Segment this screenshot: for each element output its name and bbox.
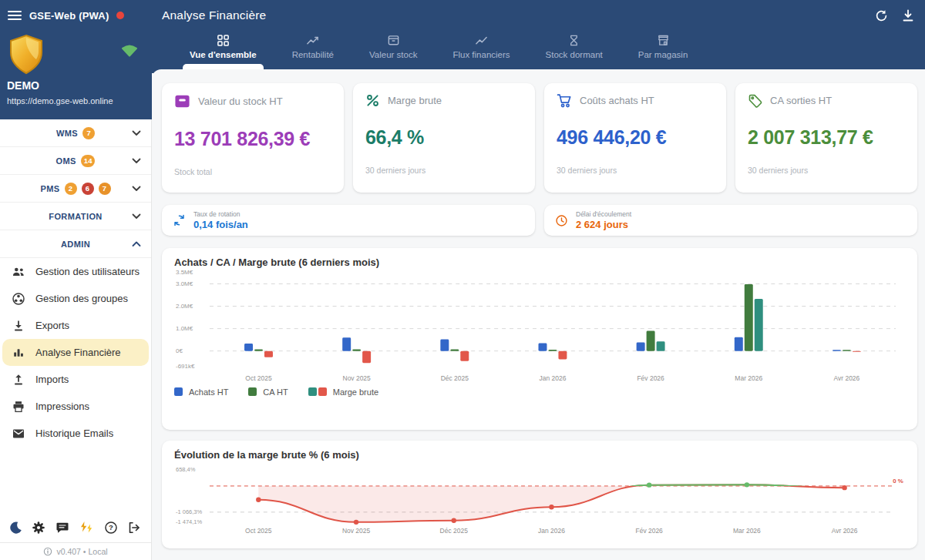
sidebar-section-formation[interactable]: FORMATION xyxy=(0,203,151,230)
line-chart: 658,4%-1 066,3%-1 474,1%Oct 2025Nov 2025… xyxy=(174,461,905,538)
tab-vue-densemble[interactable]: Vue d'ensemble xyxy=(188,34,258,59)
kpi-value: 2 007 313,77 € xyxy=(748,126,905,149)
shield-logo-icon xyxy=(8,34,45,79)
tab-label: Flux financiers xyxy=(452,50,510,59)
sidebar-item-label: Imports xyxy=(35,374,69,385)
tab-valeur-stock[interactable]: Valeur stock xyxy=(368,34,419,59)
environment-url: https://demo.gse-web.online xyxy=(7,96,113,106)
sidebar-item-analyse-financiere[interactable]: Analyse Financière xyxy=(2,339,149,366)
page-title: Analyse Financière xyxy=(162,0,266,31)
svg-text:Fév 2026: Fév 2026 xyxy=(636,527,664,535)
kpi-value: 66,4 % xyxy=(365,126,523,149)
svg-text:-691k€: -691k€ xyxy=(176,363,195,370)
section-label: WMS xyxy=(56,129,78,138)
bar-chart: 3.5M€3.0M€2.0M€1.0M€0€-691k€Oct 2025Nov … xyxy=(174,268,905,385)
svg-text:1.0M€: 1.0M€ xyxy=(176,325,193,332)
tab-label: Par magasin xyxy=(638,50,688,59)
tab-label: Vue d'ensemble xyxy=(190,50,257,59)
stat-value: 2 624 jours xyxy=(576,219,631,230)
sidebar-section-admin[interactable]: ADMIN xyxy=(0,230,151,258)
environment-name: DEMO xyxy=(7,79,39,92)
stock-box-icon xyxy=(174,93,190,109)
sidebar-item-gestion-utilisateurs[interactable]: Gestion des utilisateurs xyxy=(0,258,151,285)
tag-icon xyxy=(748,93,762,108)
legend-item: Marge brute xyxy=(308,387,378,397)
svg-text:Mar 2026: Mar 2026 xyxy=(733,527,761,535)
cart-icon xyxy=(557,93,572,108)
svg-text:Déc 2025: Déc 2025 xyxy=(440,527,469,535)
sidebar-item-label: Gestion des groupes xyxy=(35,293,128,304)
sidebar-item-label: Gestion des utilisateurs xyxy=(35,266,140,277)
download-icon xyxy=(12,319,25,333)
section-label: OMS xyxy=(56,156,76,166)
badge: 6 xyxy=(82,183,94,195)
upload-icon xyxy=(12,373,25,387)
legend-label: Marge brute xyxy=(333,387,378,397)
sidebar-item-impressions[interactable]: Impressions xyxy=(0,393,151,420)
bar-chart-icon xyxy=(12,346,25,360)
store-icon xyxy=(657,34,670,47)
sidebar-item-exports[interactable]: Exports xyxy=(0,312,151,339)
legend-label: CA HT xyxy=(263,387,288,397)
main-content: Valeur du stock HT 13 701 826,39 € Stock… xyxy=(152,69,925,560)
tab-par-magasin[interactable]: Par magasin xyxy=(637,34,690,59)
sidebar-item-label: Historique Emails xyxy=(35,428,113,439)
sidebar-section-pms[interactable]: PMS 2 6 7 xyxy=(0,175,151,203)
tab-label: Rentabilité xyxy=(292,50,334,59)
app-version: v0.407 • Local xyxy=(0,542,151,560)
kpi-value: 13 701 826,39 € xyxy=(174,128,331,150)
quick-actions-bolt-icon[interactable] xyxy=(79,521,94,535)
kpi-title: CA sorties HT xyxy=(770,95,832,106)
line-chart-card: Évolution de la marge brute % (6 mois) 6… xyxy=(162,441,917,548)
groups-icon xyxy=(12,292,25,306)
tab-flux-financiers[interactable]: Flux financiers xyxy=(451,34,511,59)
download-icon[interactable] xyxy=(902,9,914,22)
kpi-card-marge-brute: Marge brute 66,4 % 30 derniers jours xyxy=(353,83,535,193)
badge: 14 xyxy=(81,155,96,167)
chevron-down-icon xyxy=(132,158,141,164)
sidebar-section-oms[interactable]: OMS 14 xyxy=(0,147,151,175)
chat-icon[interactable] xyxy=(56,521,69,535)
sidebar-header: GSE-Web (PWA) DEMO https://demo.gse-web.… xyxy=(0,0,152,119)
logout-icon[interactable] xyxy=(127,521,141,535)
chevron-down-icon xyxy=(132,213,141,220)
tab-label: Stock dormant xyxy=(546,50,603,59)
svg-text:3.5M€: 3.5M€ xyxy=(176,269,193,276)
kpi-row: Valeur du stock HT 13 701 826,39 € Stock… xyxy=(162,83,917,193)
hourglass-icon xyxy=(567,34,580,47)
tab-rentabilite[interactable]: Rentabilité xyxy=(291,34,335,59)
bar-chart-title: Achats / CA / Marge brute (6 derniers mo… xyxy=(174,257,905,268)
printer-icon xyxy=(12,400,25,414)
tab-stock-dormant[interactable]: Stock dormant xyxy=(544,34,604,59)
svg-text:Jan 2026: Jan 2026 xyxy=(540,374,567,382)
legend-swatch xyxy=(248,387,257,396)
svg-text:0€: 0€ xyxy=(176,347,183,354)
kpi-card-couts-achats: Coûts achats HT 496 446,20 € 30 derniers… xyxy=(544,83,726,193)
sidebar-item-imports[interactable]: Imports xyxy=(0,366,151,393)
legend-swatch xyxy=(174,387,183,396)
sidebar-item-gestion-groupes[interactable]: Gestion des groupes xyxy=(0,285,151,312)
hamburger-menu-button[interactable] xyxy=(8,10,22,21)
svg-text:Nov 2025: Nov 2025 xyxy=(343,374,372,382)
svg-text:Avr 2026: Avr 2026 xyxy=(834,374,860,382)
trend-line-icon xyxy=(475,34,488,47)
dark-mode-moon-icon[interactable] xyxy=(8,521,22,535)
settings-gear-icon[interactable] xyxy=(32,521,45,535)
legend-label: Achats HT xyxy=(189,387,228,397)
help-icon[interactable]: ? xyxy=(104,521,118,535)
svg-text:Nov 2025: Nov 2025 xyxy=(342,527,371,535)
sidebar-item-label: Impressions xyxy=(35,401,89,412)
rotate-icon xyxy=(173,213,186,227)
svg-text:Fév 2026: Fév 2026 xyxy=(637,374,664,382)
tab-label: Valeur stock xyxy=(369,50,417,59)
refresh-icon[interactable] xyxy=(875,9,888,22)
tab-bar: Vue d'ensemble Rentabilité Valeur stock … xyxy=(188,34,689,59)
sidebar-item-historique-emails[interactable]: Historique Emails xyxy=(0,420,151,447)
kpi-caption: Stock total xyxy=(174,167,331,176)
svg-text:3.0M€: 3.0M€ xyxy=(176,280,193,287)
svg-text:Avr 2026: Avr 2026 xyxy=(832,527,858,535)
sidebar-section-wms[interactable]: WMS 7 xyxy=(0,119,151,147)
sidebar-item-label: Exports xyxy=(35,320,69,331)
connection-status-wifi-icon xyxy=(121,43,138,60)
svg-text:-1 474,1%: -1 474,1% xyxy=(176,518,202,525)
